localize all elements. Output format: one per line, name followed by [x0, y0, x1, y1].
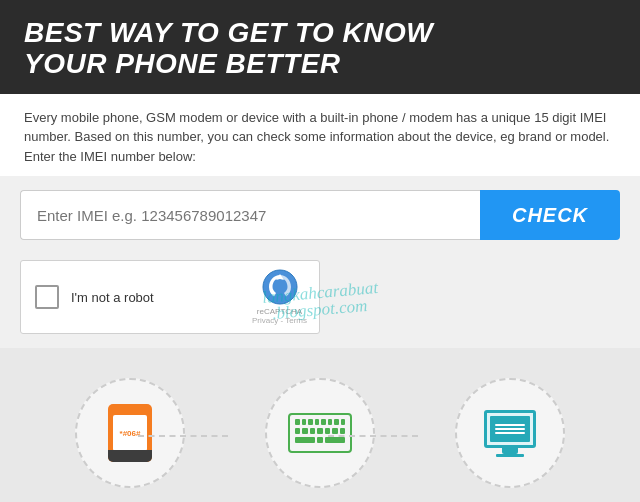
step-3: Get information about your device [415, 378, 605, 502]
captcha-checkbox[interactable] [35, 285, 59, 309]
phone-screen-text: *#06# [113, 415, 147, 451]
phone-icon: *#06# [108, 404, 152, 462]
step-3-circle [455, 378, 565, 488]
captcha-brand-icon: reCAPTCHA Privacy - Terms [252, 269, 307, 325]
check-button[interactable]: CHECK [480, 190, 620, 240]
main-container: BEST WAY TO GET TO KNOW YOUR PHONE BETTE… [0, 0, 640, 502]
search-bar-section: CHECK [0, 176, 640, 254]
captcha-label: I'm not a robot [71, 290, 154, 305]
recaptcha-icon [262, 269, 298, 305]
imei-input[interactable] [20, 190, 480, 240]
captcha-brand-text: reCAPTCHA [257, 307, 302, 316]
captcha-links: Privacy - Terms [252, 316, 307, 325]
step-2: Enter IMEI to field above [225, 378, 415, 502]
step-2-circle [265, 378, 375, 488]
monitor-icon [484, 410, 536, 457]
step-1-circle: *#06# [75, 378, 185, 488]
captcha-section: langkahcarabuat .blogspot.com I'm not a … [0, 254, 640, 348]
description-section: Every mobile phone, GSM modem or device … [0, 94, 640, 177]
header-section: BEST WAY TO GET TO KNOW YOUR PHONE BETTE… [0, 0, 640, 94]
keyboard-icon [288, 413, 352, 453]
steps-section: *#06# Dial *#06# to see your device IMEI [0, 348, 640, 502]
description-text: Every mobile phone, GSM modem or device … [24, 108, 616, 167]
captcha-box[interactable]: I'm not a robot reCAPTCHA Privacy - Term… [20, 260, 320, 334]
step-1: *#06# Dial *#06# to see your device IMEI [35, 378, 225, 502]
page-title: BEST WAY TO GET TO KNOW YOUR PHONE BETTE… [24, 18, 616, 80]
